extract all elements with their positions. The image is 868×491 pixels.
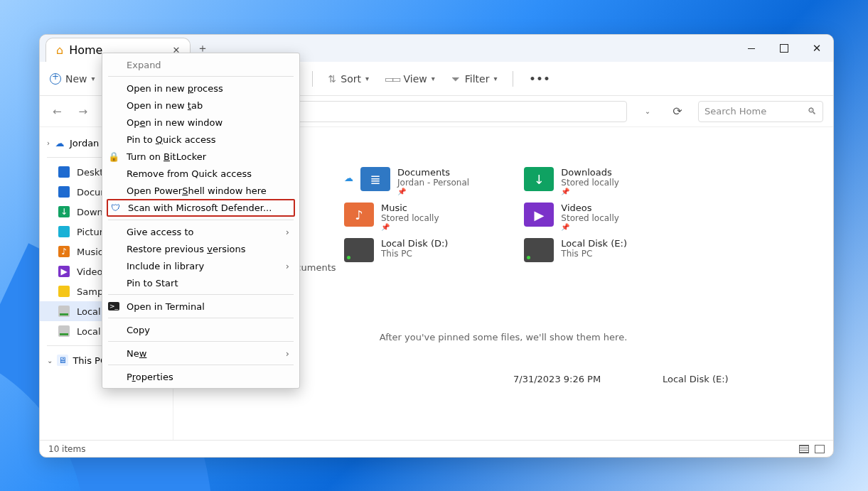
separator bbox=[312, 71, 313, 87]
pc-icon: 🖥 bbox=[57, 355, 68, 366]
documents-icon bbox=[58, 186, 70, 198]
item-count: 10 items bbox=[48, 444, 85, 454]
ctx-include-library[interactable]: Include in library› bbox=[102, 257, 299, 274]
downloads-icon: ↓ bbox=[58, 206, 70, 217]
folder-icon: ↓ bbox=[524, 167, 554, 191]
maximize-button[interactable] bbox=[768, 35, 800, 62]
address-dropdown[interactable]: ⌄ bbox=[638, 107, 657, 115]
filter-icon: ⏷ bbox=[451, 73, 461, 85]
ctx-properties[interactable]: Properties bbox=[102, 368, 299, 385]
terminal-icon: >_ bbox=[108, 302, 119, 311]
minimize-button[interactable] bbox=[735, 35, 768, 62]
plus-icon bbox=[50, 73, 61, 85]
ctx-open-tab[interactable]: Open in new tab bbox=[102, 97, 299, 114]
more-button[interactable]: ••• bbox=[529, 73, 550, 85]
ctx-pin-start[interactable]: Pin to Start bbox=[102, 274, 299, 291]
folder-icon: ▶ bbox=[524, 203, 554, 227]
pin-icon: 📌 bbox=[381, 223, 439, 231]
pin-icon: 📌 bbox=[397, 188, 469, 195]
pin-icon: 📌 bbox=[561, 188, 619, 195]
folder-videos[interactable]: ▶ VideosStored locally📌 bbox=[523, 201, 688, 232]
view-button[interactable]: ▭▭View▾ bbox=[385, 73, 435, 85]
ctx-pin-quick[interactable]: Pin to Quick access bbox=[102, 131, 299, 148]
ctx-restore[interactable]: Restore previous versions bbox=[102, 240, 299, 257]
sort-icon: ⇅ bbox=[328, 73, 337, 85]
pictures-icon bbox=[58, 226, 70, 237]
music-icon: ♪ bbox=[58, 246, 70, 257]
refresh-button[interactable]: ⟳ bbox=[668, 104, 687, 118]
search-input[interactable]: Search Home 🔍︎ bbox=[698, 101, 823, 122]
details-view-button[interactable] bbox=[799, 445, 809, 453]
status-bar: 10 items bbox=[40, 440, 833, 457]
ctx-open-process[interactable]: Open in new process bbox=[102, 80, 299, 97]
ctx-open-terminal[interactable]: >_Open in Terminal bbox=[102, 298, 299, 315]
ctx-defender[interactable]: 🛡Scan with Microsoft Defender... bbox=[107, 199, 295, 217]
disk-icon bbox=[58, 306, 70, 317]
ctx-copy[interactable]: Copy bbox=[102, 321, 299, 338]
videos-icon: ▶ bbox=[58, 266, 70, 277]
bitlocker-icon: 🔒 bbox=[108, 151, 119, 162]
ctx-open-window[interactable]: Open in new window bbox=[102, 114, 299, 131]
folder-music[interactable]: ♪ MusicStored locally📌 bbox=[343, 201, 508, 232]
back-button[interactable]: ← bbox=[50, 104, 65, 119]
separator bbox=[513, 71, 513, 87]
folder-documents[interactable]: ☁ ≣ DocumentsJordan - Personal📌 bbox=[343, 166, 508, 197]
new-button[interactable]: New▾ bbox=[50, 73, 95, 85]
cloud-icon: ☁ bbox=[54, 137, 65, 149]
pin-icon: 📌 bbox=[561, 223, 619, 231]
desktop-icon bbox=[58, 166, 70, 178]
cloud-icon: ☁ bbox=[344, 173, 353, 183]
tiles-view-button[interactable] bbox=[815, 445, 825, 453]
filter-button[interactable]: ⏷Filter▾ bbox=[451, 73, 498, 85]
forward-button[interactable]: → bbox=[76, 104, 91, 119]
folder-local-disk-d[interactable]: Local Disk (D:)This PC bbox=[343, 237, 508, 264]
ctx-powershell[interactable]: Open PowerShell window here bbox=[102, 182, 299, 199]
search-icon: 🔍︎ bbox=[808, 106, 817, 117]
close-button[interactable]: ✕ bbox=[800, 35, 833, 62]
ctx-new[interactable]: New› bbox=[102, 345, 299, 362]
disk-icon bbox=[58, 325, 70, 337]
ctx-remove-quick[interactable]: Remove from Quick access bbox=[102, 165, 299, 182]
ctx-bitlocker[interactable]: 🔒Turn on BitLocker bbox=[102, 148, 299, 165]
folder-icon bbox=[58, 286, 70, 297]
context-menu: Expand Open in new process Open in new t… bbox=[102, 53, 300, 389]
recent-item-loc: Local Disk (E:) bbox=[663, 374, 833, 384]
folder-icon: ≣ bbox=[360, 167, 390, 191]
folder-icon: ♪ bbox=[344, 203, 374, 227]
window-controls: ✕ bbox=[735, 35, 833, 62]
tab-title: Home bbox=[69, 43, 102, 57]
sort-button[interactable]: ⇅Sort▾ bbox=[328, 73, 369, 85]
search-placeholder: Search Home bbox=[704, 106, 766, 117]
shield-icon: 🛡 bbox=[109, 203, 121, 214]
home-icon: ⌂ bbox=[56, 43, 63, 57]
disk-icon bbox=[344, 238, 374, 262]
ctx-give-access[interactable]: Give access to› bbox=[102, 223, 299, 240]
view-icon: ▭▭ bbox=[385, 73, 399, 85]
folder-local-disk-e[interactable]: Local Disk (E:)This PC bbox=[523, 237, 688, 264]
ctx-expand[interactable]: Expand bbox=[102, 56, 299, 73]
disk-icon bbox=[524, 238, 554, 262]
recent-item-date: 7/31/2023 9:26 PM bbox=[513, 374, 663, 384]
folder-downloads[interactable]: ↓ DownloadsStored locally📌 bbox=[523, 166, 688, 197]
